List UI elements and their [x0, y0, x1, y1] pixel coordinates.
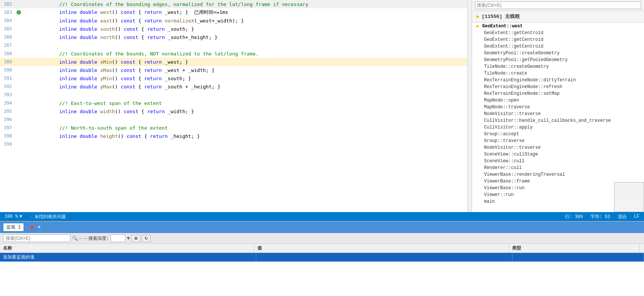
call-stack-item[interactable]: MapNode::open	[472, 97, 644, 104]
line-ending-label: LF	[634, 214, 640, 219]
code-line: 393	[0, 91, 467, 99]
line-code: //! North-to-south span of the extent	[22, 125, 467, 131]
line-code: //! Coordinates of the bounding edges, n…	[22, 1, 467, 7]
call-stack-item[interactable]: RexTerrainEngineNode::refresh	[472, 84, 644, 90]
call-stack-item-label: CullVisitor::handle_cull_callbacks_and_t…	[484, 118, 611, 123]
call-stack-item[interactable]: TileNode::create	[472, 70, 644, 77]
vertical-scrollbar[interactable]	[467, 0, 472, 212]
line-code: //! Coordinates of the bounds, NOT norma…	[22, 51, 467, 57]
line-number: 392	[0, 84, 15, 89]
call-stack-item[interactable]: RexTerrainEngineNode::setMap	[472, 90, 644, 97]
line-number: 397	[0, 125, 15, 130]
line-number: 388	[0, 51, 15, 56]
call-stack-item[interactable]: GeometryPool::createGeometry	[472, 50, 644, 57]
call-stack-item[interactable]: ▶GeoExtent::west	[472, 22, 644, 30]
call-stack-item-label: ViewerBase::renderingTraversal	[484, 172, 565, 177]
watch-row-1[interactable]: 添加要监视的项	[0, 253, 644, 262]
thread-icon: ▶	[477, 13, 480, 19]
watch-cell-name-1: 添加要监视的项	[0, 253, 256, 262]
refresh-btn[interactable]: ↻	[142, 235, 151, 242]
search-icon: 🔍	[72, 235, 78, 241]
call-stack-item-label: main	[484, 199, 495, 204]
call-stack-item-label: MapNode::traverse	[484, 105, 530, 110]
call-stack-item[interactable]: CullVisitor::handle_cull_callbacks_and_t…	[472, 117, 644, 124]
depth-input[interactable]: 3	[111, 235, 126, 242]
call-stack-item-label: Group::traverse	[484, 138, 524, 144]
cursor-line: 行: 389	[565, 214, 583, 220]
code-line: 395 inline double width() const { return…	[0, 107, 467, 115]
call-stack-item[interactable]: Group::traverse	[472, 138, 644, 144]
right-panel-search-input[interactable]	[475, 1, 641, 9]
close-icon[interactable]: ×	[37, 224, 40, 230]
depth-dropdown-icon[interactable]: ▼	[127, 236, 130, 241]
call-stack-item-label: ViewerBase::frame	[484, 179, 530, 184]
line-number: 384	[0, 18, 15, 23]
active-arrow-icon: ▶	[477, 23, 479, 29]
line-number: 391	[0, 76, 15, 81]
code-panel: 382 //! Coordinates of the bounding edge…	[0, 0, 467, 212]
call-stack-item[interactable]: Renderer::cull	[472, 164, 644, 171]
zoom-label: 100 %	[4, 214, 18, 219]
call-stack-item[interactable]: RexTerrainEngineNode::dirtyTerrain	[472, 77, 644, 84]
code-line: 382 //! Coordinates of the bounding edge…	[0, 0, 467, 8]
line-number: 394	[0, 100, 15, 106]
arrow-right-icon[interactable]: →	[84, 236, 87, 241]
line-code: inline double west() const { return _wes…	[22, 9, 467, 16]
call-stack-item-label: RexTerrainEngineNode::setMap	[484, 91, 560, 96]
code-line: 396	[0, 115, 467, 124]
watch-search-input[interactable]	[3, 235, 70, 242]
code-line: 386 inline double north() const { return…	[0, 33, 467, 41]
watch-scroll-spacer	[640, 244, 644, 253]
call-stack-item[interactable]: SceneView::cullStage	[472, 151, 644, 158]
watch-col-value: 值	[254, 244, 509, 253]
code-line: 384 inline double east() const { return …	[0, 16, 467, 25]
call-stack-item[interactable]: GeoExtent::getCentroid	[472, 30, 644, 36]
line-code: inline double south() const { return _so…	[22, 26, 467, 32]
call-stack-item-label: SceneView::cullStage	[484, 152, 538, 157]
line-code: inline double xMax() const { return _wes…	[22, 67, 467, 73]
call-stack-item[interactable]: ViewerBase::renderingTraversal	[472, 171, 644, 178]
call-stack-item[interactable]: GeometryPool::getPooledGeometry	[472, 57, 644, 63]
call-stack-item-label: GeoExtent::getCentroid	[484, 44, 543, 49]
call-stack-item[interactable]: GeoExtent::getCentroid	[472, 43, 644, 50]
watch-cell-val-1	[256, 253, 513, 262]
line-number: 389	[0, 59, 15, 64]
call-stack-item[interactable]: NodeVisitor::traverse	[472, 111, 644, 117]
call-stack-item-label: RexTerrainEngineNode::refresh	[484, 84, 562, 90]
watch-panel: 监视 1 📌 × 🔍 ← → 搜索深度: 3 ▼ ⚙ ↻ 名称 值 类型	[0, 221, 644, 296]
line-code: inline double width() const { return _wi…	[22, 109, 467, 114]
breakpoint-indicator	[16, 10, 21, 15]
call-stack-item[interactable]: Group::accept	[472, 131, 644, 138]
call-stack-header: ▶ [11556] 主线程	[472, 11, 644, 22]
call-stack-item[interactable]: NodeVisitor::traverse	[472, 144, 644, 151]
watch-col-type: 类型	[509, 244, 640, 253]
call-stack-item-label: CullVisitor::apply	[484, 125, 533, 130]
main-container: 382 //! Coordinates of the bounding edge…	[0, 0, 644, 296]
line-number: 387	[0, 43, 15, 48]
line-gutter	[15, 10, 22, 15]
right-panel-search-bar	[472, 0, 644, 11]
zoom-status: 100 % ▼	[4, 214, 22, 219]
watch-tab-1[interactable]: 监视 1	[3, 223, 24, 232]
call-stack-item-label: Viewer::run	[484, 192, 514, 197]
code-line: 394 //! East-to-west span of the extent	[0, 99, 467, 107]
call-stack-item[interactable]: TileNode::createGeometry	[472, 63, 644, 70]
call-stack-item-label: GeoExtent::getCentroid	[484, 37, 543, 42]
code-line: 388 //! Coordinates of the bounds, NOT n…	[0, 49, 467, 58]
code-line: 392 inline double yMax() const { return …	[0, 82, 467, 91]
call-stack-item-label: SceneView::cull	[484, 158, 524, 164]
watch-cell-type-1	[513, 253, 644, 262]
filter-btn[interactable]: ⚙	[131, 235, 140, 242]
line-code: //! East-to-west span of the extent	[22, 100, 467, 106]
call-stack-item[interactable]: GeoExtent::getCentroid	[472, 36, 644, 43]
arrow-left-icon[interactable]: ←	[79, 236, 82, 241]
code-line: 398 inline double height() const { retur…	[0, 132, 467, 140]
watch-toolbar: 🔍 ← → 搜索深度: 3 ▼ ⚙ ↻	[0, 233, 644, 244]
call-stack-item[interactable]: MapNode::traverse	[472, 104, 644, 111]
code-line: 399	[0, 140, 467, 148]
status-bar: 100 % ▼ ✓ 未找到相关问题 行: 389 字符: 53 混合 LF	[0, 212, 644, 221]
call-stack-item[interactable]: CullVisitor::apply	[472, 124, 644, 131]
line-number: 382	[0, 1, 15, 7]
call-stack-item[interactable]: SceneView::cull	[472, 158, 644, 164]
call-stack-item-label: GeoExtent::west	[482, 24, 523, 29]
